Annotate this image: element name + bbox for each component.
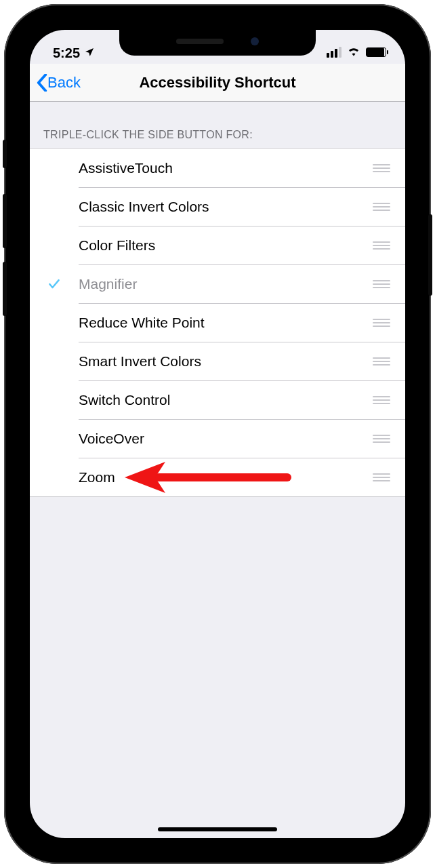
page-title: Accessibility Shortcut — [30, 74, 405, 92]
status-bar-right — [327, 44, 386, 64]
shortcut-row-color-filters[interactable]: Color Filters — [30, 226, 405, 264]
checkmark-icon — [47, 277, 61, 291]
section-header: TRIPLE-CLICK THE SIDE BUTTON FOR: — [30, 102, 405, 148]
back-button[interactable]: Back — [37, 74, 81, 92]
screen: 5:25 Back Ac — [30, 30, 405, 838]
status-bar-left: 5:25 — [53, 45, 95, 64]
battery-icon — [366, 47, 386, 57]
row-label: VoiceOver — [79, 431, 373, 447]
reorder-handle-icon[interactable] — [373, 396, 394, 404]
device-bezel: 5:25 Back Ac — [11, 11, 424, 857]
cellular-signal-icon — [327, 47, 341, 58]
reorder-handle-icon[interactable] — [373, 473, 394, 481]
row-label: Smart Invert Colors — [79, 353, 373, 370]
wifi-icon — [347, 44, 360, 60]
shortcut-row-magnifier[interactable]: Magnifier — [30, 264, 405, 303]
shortcut-row-voiceover[interactable]: VoiceOver — [30, 419, 405, 458]
notch — [119, 30, 316, 56]
location-icon — [84, 45, 95, 61]
row-label: AssistiveTouch — [79, 160, 373, 176]
shortcut-row-switch-control[interactable]: Switch Control — [30, 380, 405, 419]
shortcut-row-zoom[interactable]: Zoom — [30, 458, 405, 496]
mute-switch — [3, 140, 7, 168]
device-frame: 5:25 Back Ac — [4, 4, 431, 864]
shortcut-row-classic-invert-colors[interactable]: Classic Invert Colors — [30, 187, 405, 226]
navigation-bar: Back Accessibility Shortcut — [30, 64, 405, 102]
status-time: 5:25 — [53, 45, 80, 61]
shortcut-row-assistivetouch[interactable]: AssistiveTouch — [30, 149, 405, 187]
reorder-handle-icon[interactable] — [373, 164, 394, 172]
reorder-handle-icon[interactable] — [373, 280, 394, 288]
shortcut-list: AssistiveTouchClassic Invert ColorsColor… — [30, 148, 405, 497]
reorder-handle-icon[interactable] — [373, 319, 394, 327]
shortcut-row-smart-invert-colors[interactable]: Smart Invert Colors — [30, 342, 405, 380]
earpiece-speaker — [176, 39, 224, 44]
row-label: Magnifier — [79, 276, 373, 292]
row-label: Zoom — [79, 469, 373, 486]
volume-up-button — [3, 194, 7, 248]
reorder-handle-icon[interactable] — [373, 435, 394, 443]
reorder-handle-icon[interactable] — [373, 203, 394, 211]
row-label: Reduce White Point — [79, 315, 373, 331]
row-label: Switch Control — [79, 392, 373, 408]
row-label: Classic Invert Colors — [79, 199, 373, 215]
reorder-handle-icon[interactable] — [373, 357, 394, 366]
home-indicator[interactable] — [158, 827, 277, 831]
front-camera — [251, 37, 259, 45]
chevron-left-icon — [37, 74, 47, 92]
reorder-handle-icon[interactable] — [373, 241, 394, 250]
shortcut-row-reduce-white-point[interactable]: Reduce White Point — [30, 303, 405, 342]
side-button — [428, 214, 432, 296]
check-slot — [30, 277, 79, 291]
back-label: Back — [47, 74, 81, 92]
volume-down-button — [3, 262, 7, 316]
row-label: Color Filters — [79, 237, 373, 254]
